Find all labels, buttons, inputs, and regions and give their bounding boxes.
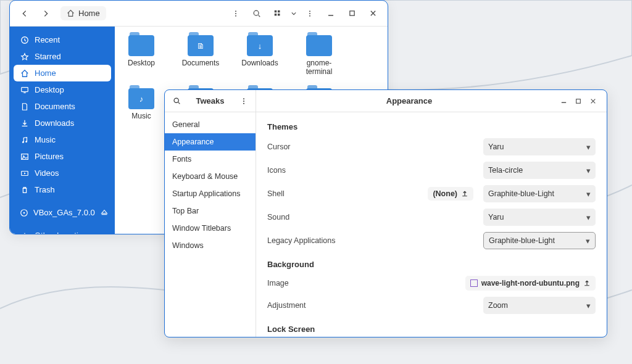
view-grid-button[interactable] [268,4,288,23]
svg-rect-26 [576,99,581,103]
doc-icon [20,102,30,111]
theme-row-label: Legacy Applications [267,236,354,245]
folder-downloads[interactable]: ↓Downloads [239,35,280,76]
tweaks-nav-general[interactable]: General [165,116,256,133]
eject-button[interactable] [100,209,109,217]
sidebar-item-recent[interactable]: Recent [14,31,111,48]
tweaks-window: Tweaks GeneralAppearanceFontsKeyboard & … [164,89,607,337]
sidebar-item-pictures[interactable]: Pictures [14,148,111,165]
sidebar-other-locations[interactable]: Other Locations [14,227,111,234]
theme-icons-dropdown[interactable]: Tela-circle▾ [483,162,596,179]
tweaks-nav-keyboard-mouse[interactable]: Keyboard & Mouse [165,168,256,185]
folder-icon [128,35,154,56]
folder-icon [306,35,332,56]
section-themes: Themes [267,122,596,131]
folder-icon: 🗎 [188,35,214,56]
sidebar-mount[interactable]: VBox_GAs_7.0.0 [14,204,111,221]
bg-adjustment-label: Adjustment [267,301,354,310]
desktop-icon [20,86,30,94]
picture-icon [20,152,30,161]
clock-icon [20,36,30,44]
star-icon [20,52,30,61]
theme-row-label: Sound [267,213,354,221]
sidebar-item-home[interactable]: Home [14,65,111,81]
bg-image-chooser[interactable]: wave-light-nord-ubuntu.png [465,276,596,291]
tweaks-page-title: Appearance [262,96,556,105]
sidebar-item-downloads[interactable]: Downloads [14,115,111,131]
forward-button[interactable] [36,4,56,23]
sidebar-item-videos[interactable]: Videos [14,165,111,181]
plus-icon [20,231,30,234]
tweaks-nav-fonts[interactable]: Fonts [165,151,256,168]
bg-image-value: wave-light-nord-ubuntu.png [481,279,580,287]
sidebar-item-music[interactable]: Music [14,131,111,148]
svg-rect-5 [275,10,277,12]
home-icon [67,9,75,17]
svg-point-1 [235,10,236,12]
maximize-button[interactable] [342,4,362,23]
trash-icon [20,186,30,194]
svg-point-3 [235,15,236,16]
theme-row-label: Shell [267,189,354,198]
sidebar-item-desktop[interactable]: Desktop [14,81,111,98]
tweaks-nav-appearance[interactable]: Appearance [165,133,256,151]
theme-sound-dropdown[interactable]: Yaru▾ [483,209,596,226]
theme-row-label: Icons [267,166,354,175]
download-icon [20,119,30,128]
section-background: Background [267,260,596,269]
path-menu-button[interactable] [226,4,246,23]
svg-rect-12 [349,11,354,15]
close-button[interactable] [363,4,383,23]
view-caret-button[interactable] [289,4,299,23]
tweaks-close-button[interactable] [586,94,601,109]
theme-shell-dropdown[interactable]: Graphite-blue-Light▾ [483,185,596,202]
tweaks-sidebar: Tweaks GeneralAppearanceFontsKeyboard & … [165,90,256,337]
back-button[interactable] [15,4,35,23]
minimize-button[interactable] [321,4,341,23]
svg-rect-7 [275,14,277,16]
theme-legacy-applications-dropdown[interactable]: Graphite-blue-Light▾ [483,232,596,249]
svg-point-21 [23,212,25,213]
svg-point-9 [309,10,310,12]
folder-desktop[interactable]: Desktop [121,35,162,76]
tweaks-nav-windows[interactable]: Windows [165,237,256,254]
disc-icon [20,209,28,217]
folder-documents[interactable]: 🗎Documents [180,35,221,76]
svg-rect-14 [22,87,28,91]
upload-icon [461,190,468,197]
video-icon [20,169,30,178]
search-button[interactable] [247,4,267,23]
folder-music[interactable]: ♪Music [121,88,162,120]
sidebar-item-trash[interactable]: Trash [14,181,111,198]
tweaks-nav-startup-applications[interactable]: Startup Applications [165,185,256,202]
svg-point-15 [22,141,24,143]
tweaks-maximize-button[interactable] [571,94,586,109]
svg-point-16 [25,141,27,143]
svg-point-23 [243,98,244,99]
bg-adjustment-dropdown[interactable]: Zoom ▾ [483,297,596,314]
home-icon [20,69,30,78]
image-icon [470,279,478,287]
svg-point-25 [243,102,244,104]
files-headerbar: Home [10,1,388,27]
tweaks-minimize-button[interactable] [556,94,571,109]
svg-point-2 [235,13,236,14]
tweaks-nav-top-bar[interactable]: Top Bar [165,202,256,220]
tweaks-content: Themes CursorYaru▾IconsTela-circle▾Shell… [256,112,607,337]
tweaks-nav-window-titlebars[interactable]: Window Titlebars [165,220,256,237]
path-bar[interactable]: Home [60,6,106,20]
hamburger-menu-button[interactable] [300,4,320,23]
sidebar-item-starred[interactable]: Starred [14,48,111,65]
tweaks-app-title: Tweaks [188,96,232,105]
folder-gnome-terminal[interactable]: gnome-terminal [299,35,339,76]
svg-point-4 [254,10,259,15]
theme-row-label: Cursor [267,143,354,151]
tweaks-search-button[interactable] [168,93,185,109]
tweaks-menu-button[interactable] [236,93,252,109]
svg-point-24 [243,101,244,102]
folder-icon: ↓ [247,35,273,56]
theme-cursor-dropdown[interactable]: Yaru▾ [483,138,596,155]
shell-none-badge: (None) [428,187,473,201]
sidebar-item-documents[interactable]: Documents [14,98,111,115]
svg-rect-6 [278,10,280,12]
